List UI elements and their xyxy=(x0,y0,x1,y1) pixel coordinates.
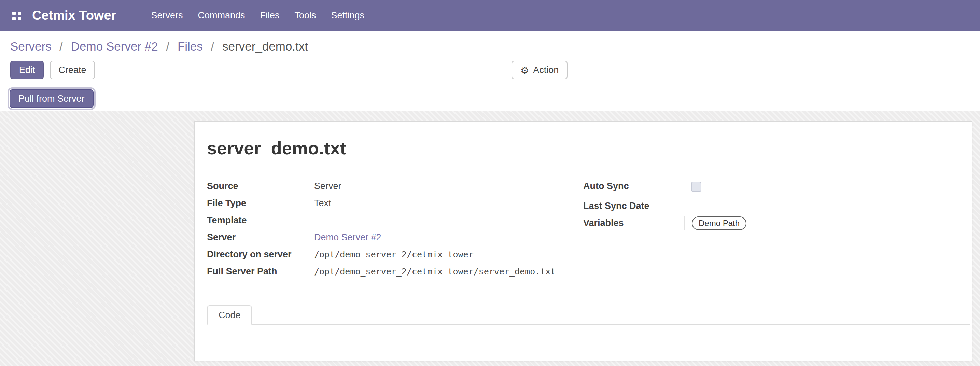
field-value-full-path: /opt/demo_server_2/cetmix-tower/server_d… xyxy=(314,265,583,278)
field-value-file-type: Text xyxy=(314,197,583,210)
form-statusbar: Pull from Server xyxy=(0,86,980,111)
pull-from-server-button[interactable]: Pull from Server xyxy=(10,89,94,108)
control-panel: Servers / Demo Server #2 / Files / serve… xyxy=(0,32,980,86)
field-row-source: Source Server xyxy=(207,180,583,193)
field-label: Variables xyxy=(583,216,684,230)
control-panel-buttons: Edit Create ⚙ Action xyxy=(10,61,969,79)
server-record-link[interactable]: Demo Server #2 xyxy=(314,232,382,242)
field-value-source: Server xyxy=(314,180,583,193)
notebook-tabs: Code xyxy=(207,305,970,325)
field-label: Directory on server xyxy=(207,248,314,261)
auto-sync-checkbox[interactable] xyxy=(691,181,702,192)
breadcrumb-separator: / xyxy=(211,40,215,53)
field-value-server: Demo Server #2 xyxy=(314,231,583,245)
edit-button[interactable]: Edit xyxy=(10,61,44,79)
field-value-directory: /opt/demo_server_2/cetmix-tower xyxy=(314,248,583,261)
code-tab-content xyxy=(207,325,958,356)
field-value-variables: Demo Path xyxy=(684,216,958,230)
nav-menu-commands[interactable]: Commands xyxy=(190,0,252,32)
gear-icon: ⚙ xyxy=(520,65,529,75)
variable-tag: Demo Path xyxy=(692,216,746,230)
nav-menu-settings[interactable]: Settings xyxy=(324,0,372,32)
breadcrumb-separator: / xyxy=(59,40,63,53)
field-label: Full Server Path xyxy=(207,265,314,278)
top-navbar: Cetmix Tower Servers Commands Files Tool… xyxy=(0,0,980,32)
field-row-full-path: Full Server Path /opt/demo_server_2/cetm… xyxy=(207,265,583,278)
record-title: server_demo.txt xyxy=(207,138,958,159)
nav-menu-tools[interactable]: Tools xyxy=(287,0,324,32)
field-row-auto-sync: Auto Sync xyxy=(583,180,958,196)
nav-menu-bar: Servers Commands Files Tools Settings xyxy=(143,0,372,32)
create-button[interactable]: Create xyxy=(49,61,95,79)
field-label: Server xyxy=(207,231,314,245)
nav-menu-files[interactable]: Files xyxy=(252,0,287,32)
field-groups: Source Server File Type Text Template Se… xyxy=(207,180,958,282)
breadcrumb-servers[interactable]: Servers xyxy=(10,40,52,53)
field-label: Last Sync Date xyxy=(583,199,684,213)
field-label: Template xyxy=(207,214,314,228)
field-row-directory: Directory on server /opt/demo_server_2/c… xyxy=(207,248,583,261)
brand-title[interactable]: Cetmix Tower xyxy=(32,8,116,23)
breadcrumb-separator: / xyxy=(166,40,169,53)
field-row-server: Server Demo Server #2 xyxy=(207,231,583,245)
field-row-variables: Variables Demo Path xyxy=(583,216,958,230)
tab-code[interactable]: Code xyxy=(207,305,252,325)
field-label: Source xyxy=(207,180,314,193)
nav-menu-servers[interactable]: Servers xyxy=(143,0,190,32)
field-label: File Type xyxy=(207,197,314,210)
field-group-right: Auto Sync Last Sync Date Variables Demo … xyxy=(583,180,958,282)
breadcrumb-files[interactable]: Files xyxy=(178,40,203,53)
breadcrumb-demo-server[interactable]: Demo Server #2 xyxy=(71,40,158,53)
action-menu-label: Action xyxy=(533,64,558,76)
content-area: server_demo.txt Source Server File Type … xyxy=(0,111,980,366)
apps-menu-button[interactable] xyxy=(7,7,27,24)
action-menu-button[interactable]: ⚙ Action xyxy=(512,61,568,79)
field-row-file-type: File Type Text xyxy=(207,197,583,210)
field-label: Auto Sync xyxy=(583,180,684,193)
breadcrumb: Servers / Demo Server #2 / Files / serve… xyxy=(10,38,969,55)
app-window: Cetmix Tower Servers Commands Files Tool… xyxy=(0,0,980,366)
field-value-auto-sync xyxy=(684,180,958,196)
apps-grid-icon xyxy=(12,11,21,20)
breadcrumb-current: server_demo.txt xyxy=(222,40,308,53)
field-group-left: Source Server File Type Text Template Se… xyxy=(207,180,583,282)
field-row-last-sync: Last Sync Date xyxy=(583,199,958,213)
form-sheet: server_demo.txt Source Server File Type … xyxy=(194,121,972,361)
field-row-template: Template xyxy=(207,214,583,228)
